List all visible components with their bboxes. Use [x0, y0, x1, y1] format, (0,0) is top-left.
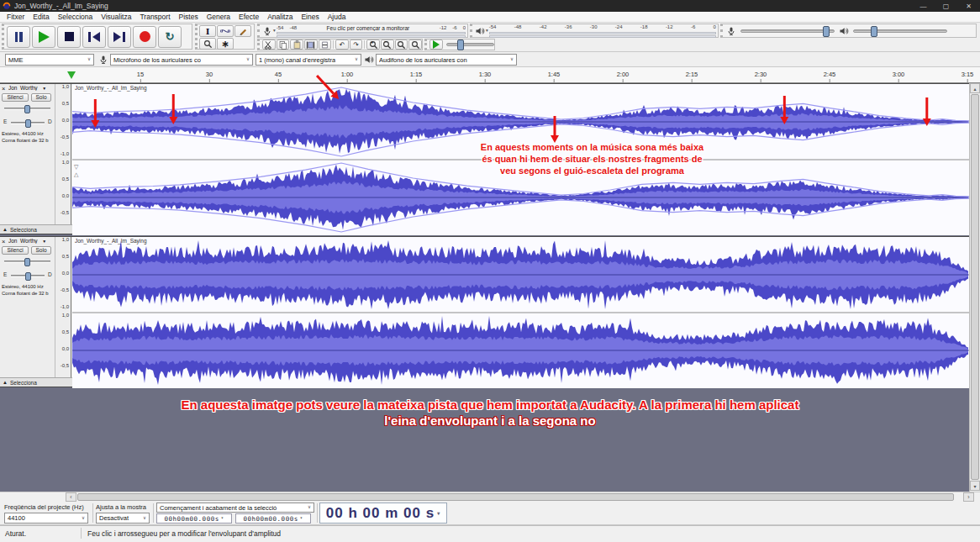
- playback-meter-body[interactable]: -54-48-42-36-30-24-18-12-60: [489, 24, 716, 37]
- redo-button[interactable]: ↷: [350, 39, 363, 50]
- track-name-menu[interactable]: Jon_Worthy_▼: [8, 85, 54, 91]
- selection-range-mode-select[interactable]: Començament i acabament de la selecció ∨: [156, 503, 314, 513]
- silence-button[interactable]: [319, 39, 332, 50]
- menu-item-visualitza[interactable]: Visualitza: [97, 13, 135, 21]
- track-close-button[interactable]: ×: [2, 238, 5, 245]
- recording-device-select[interactable]: Micrófono de los auriculares co ∨: [110, 54, 253, 66]
- play-speed-slider[interactable]: [446, 43, 494, 46]
- trim-button[interactable]: [304, 39, 318, 50]
- gain-slider[interactable]: [4, 108, 50, 110]
- track-select-button[interactable]: ▲Selecciona: [0, 224, 72, 234]
- menu-item-fitxer[interactable]: Fitxer: [3, 13, 29, 21]
- meter-dropdown-caret-icon[interactable]: ▾: [273, 29, 276, 34]
- pan-slider[interactable]: [11, 122, 45, 124]
- playback-volume-slider[interactable]: [853, 29, 947, 33]
- undo-button[interactable]: ↶: [335, 39, 349, 50]
- solo-button[interactable]: Solo: [31, 93, 51, 102]
- vertical-scrollbar[interactable]: ▴ ▾: [969, 83, 980, 492]
- maximize-button[interactable]: ▢: [935, 0, 957, 12]
- selection-tool-button[interactable]: I: [199, 25, 216, 37]
- mute-button[interactable]: Silenci: [2, 246, 29, 255]
- menu-item-analitza[interactable]: Analitza: [263, 13, 297, 21]
- slider-thumb[interactable]: [24, 258, 30, 266]
- selection-start-field[interactable]: 00h00m00.000s ▾: [156, 513, 232, 524]
- slider-thumb[interactable]: [25, 272, 31, 281]
- horizontal-scrollbar[interactable]: ‹ ›: [0, 492, 980, 502]
- amplitude-scale-label: -0,5: [61, 363, 69, 369]
- recording-meter-body[interactable]: -54-48 Feu clic per començar a monitorar…: [277, 24, 466, 37]
- envelope-tool-button[interactable]: [217, 25, 234, 37]
- track-control-panel[interactable]: × Jon_Worthy_▼ Silenci Solo E D Estéreo,…: [0, 237, 55, 387]
- play-button[interactable]: [32, 26, 55, 48]
- playback-device-select[interactable]: Audifono de los auriculares con ∨: [376, 54, 517, 66]
- menu-item-pistes[interactable]: Pistes: [175, 13, 203, 21]
- scroll-up-button[interactable]: ▴: [970, 83, 980, 93]
- play-at-speed-button[interactable]: [429, 39, 443, 50]
- menu-item-transport[interactable]: Transport: [135, 13, 174, 21]
- slider-thumb[interactable]: [24, 105, 30, 113]
- recording-channels-select[interactable]: 1 (mono) canal d'enregistra ∨: [256, 54, 361, 66]
- recording-meter[interactable]: ▾ -54-48 Feu clic per començar a monitor…: [257, 24, 468, 38]
- menu-item-eines[interactable]: Eines: [297, 13, 323, 21]
- audio-track-2[interactable]: × Jon_Worthy_▼ Silenci Solo E D Estéreo,…: [0, 236, 969, 387]
- playback-meter[interactable]: ▾ -54-48-42-36-30-24-18-12-60: [470, 24, 719, 38]
- record-button[interactable]: [133, 26, 156, 48]
- loop-button[interactable]: ↻: [158, 26, 182, 48]
- slider-thumb[interactable]: [457, 39, 464, 50]
- collapse-icon[interactable]: ▲: [3, 380, 8, 385]
- timeline-ruler[interactable]: 1530451:001:151:301:452:002:152:302:453:…: [0, 67, 980, 83]
- zoom-tool-button[interactable]: [199, 38, 216, 50]
- audio-track-1[interactable]: × Jon_Worthy_▼ Silenci Solo E D Estéreo,…: [0, 83, 969, 234]
- snap-select[interactable]: Desactivat ∨: [96, 513, 150, 524]
- skip-to-start-button[interactable]: [82, 26, 106, 48]
- menu-item-genera[interactable]: Genera: [203, 13, 234, 21]
- track-select-button[interactable]: ▲Selecciona: [0, 377, 72, 387]
- scroll-left-button[interactable]: ‹: [66, 492, 76, 502]
- track-name-menu[interactable]: Jon_Worthy_▼: [8, 238, 54, 244]
- title-bar[interactable]: Jon_Worthy_-_All_Im_Saying — ▢ ✕: [0, 0, 980, 12]
- recording-volume-slider[interactable]: [740, 29, 835, 33]
- zoom-out-button[interactable]: −: [381, 39, 394, 50]
- slider-thumb[interactable]: [871, 26, 877, 37]
- scroll-right-button[interactable]: ›: [963, 492, 974, 502]
- slider-thumb[interactable]: [25, 119, 31, 128]
- track-control-panel[interactable]: × Jon_Worthy_▼ Silenci Solo E D Estéreo,…: [0, 84, 55, 234]
- meter-dropdown-caret-icon[interactable]: ▾: [486, 29, 488, 34]
- zoom-to-selection-button[interactable]: [395, 39, 408, 50]
- project-rate-select[interactable]: 44100 ∨: [4, 513, 88, 524]
- slider-thumb[interactable]: [823, 26, 830, 37]
- collapse-icon[interactable]: ▲: [3, 227, 8, 232]
- play-position-pin-icon[interactable]: [67, 71, 76, 79]
- menu-item-selecciona[interactable]: Selecciona: [54, 13, 97, 21]
- envelope-handle-icon[interactable]: ▽: [74, 164, 78, 171]
- solo-button[interactable]: Solo: [31, 246, 51, 255]
- close-button[interactable]: ✕: [957, 0, 980, 12]
- scrollbar-thumb[interactable]: [77, 493, 954, 501]
- pause-button[interactable]: [7, 26, 30, 48]
- audio-position-display[interactable]: 00 h 00 m 00 s ▾: [319, 503, 447, 524]
- scrollbar-thumb[interactable]: [971, 94, 979, 480]
- cut-button[interactable]: [262, 39, 276, 50]
- menu-item-efecte[interactable]: Efecte: [234, 13, 263, 21]
- selection-end-field[interactable]: 00h00m00.000s ▾: [235, 513, 311, 524]
- track-close-button[interactable]: ×: [2, 85, 5, 92]
- menu-item-ajuda[interactable]: Ajuda: [324, 13, 350, 21]
- gain-slider[interactable]: [4, 260, 50, 263]
- skip-to-end-button[interactable]: [108, 26, 131, 48]
- audio-host-select[interactable]: MME ∨: [5, 54, 94, 66]
- monitor-hint[interactable]: Feu clic per començar a monitorar: [297, 25, 440, 31]
- mute-button[interactable]: Silenci: [2, 93, 29, 102]
- minimize-button[interactable]: —: [912, 0, 935, 12]
- pan-slider[interactable]: [11, 275, 45, 277]
- scroll-down-button[interactable]: ▾: [970, 481, 980, 491]
- copy-button[interactable]: [277, 39, 290, 50]
- waveform-original[interactable]: [72, 237, 969, 388]
- multi-tool-button[interactable]: ∗: [217, 38, 234, 50]
- draw-tool-button[interactable]: [234, 25, 251, 37]
- menu-item-edita[interactable]: Edita: [29, 13, 53, 21]
- paste-button[interactable]: [290, 39, 303, 50]
- envelope-handle-icon[interactable]: △: [74, 171, 78, 178]
- zoom-to-fit-button[interactable]: [408, 39, 422, 50]
- zoom-in-button[interactable]: +: [366, 39, 380, 50]
- stop-button[interactable]: [57, 26, 81, 48]
